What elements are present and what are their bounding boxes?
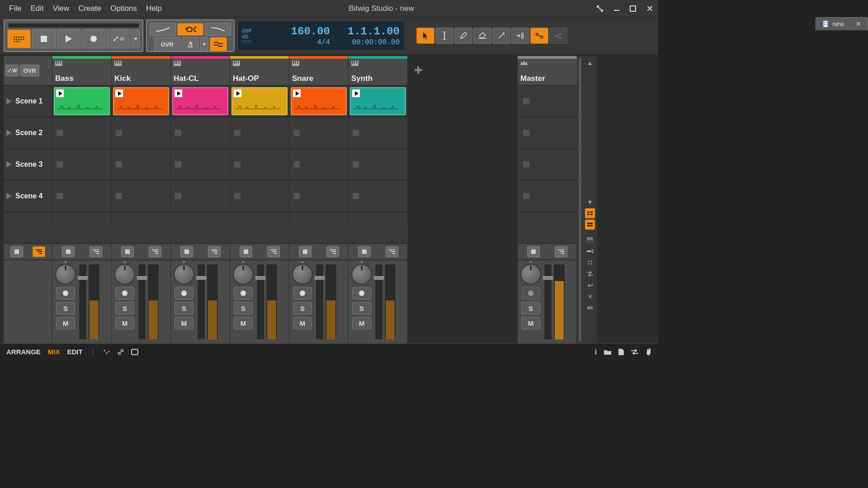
insert-tool[interactable] (511, 28, 529, 44)
track-stop[interactable] (62, 246, 75, 257)
clip-slot[interactable] (349, 149, 408, 180)
fade-out-button[interactable] (205, 23, 231, 36)
master-mute[interactable]: M (521, 317, 540, 329)
tempo-display[interactable]: 160.00 (291, 25, 330, 38)
scene-play-icon[interactable] (6, 98, 12, 104)
record-arm[interactable] (352, 287, 371, 300)
timecode-display[interactable]: 00:00:00.00 (352, 38, 400, 47)
clip-slot[interactable] (289, 181, 349, 211)
clip-play-button[interactable] (234, 89, 241, 97)
empty-clip-stop[interactable] (293, 161, 300, 168)
mute-button[interactable]: M (115, 317, 134, 329)
record-arm[interactable] (293, 287, 312, 300)
track-stop[interactable] (121, 246, 134, 257)
solo-button[interactable]: S (234, 302, 253, 314)
side-fx-icon[interactable] (585, 258, 595, 267)
menu-file[interactable]: File (5, 1, 26, 16)
clip-slot[interactable] (289, 86, 349, 117)
swap-icon[interactable] (631, 349, 638, 355)
volume-fader[interactable] (138, 264, 146, 340)
track-header[interactable]: Hat-OP (230, 56, 289, 85)
hand-icon[interactable] (646, 348, 652, 356)
position-display[interactable]: 1.1.1.00 (348, 25, 400, 38)
clip-slot[interactable] (52, 117, 112, 148)
solo-button[interactable]: S (352, 302, 371, 314)
clip[interactable] (350, 87, 406, 115)
track-header[interactable]: Hat-CL (171, 56, 230, 85)
clip[interactable] (172, 87, 228, 115)
track-header[interactable]: Bass (52, 56, 112, 85)
empty-clip-stop[interactable] (353, 161, 359, 168)
clip-slot[interactable] (112, 86, 171, 117)
side-close-icon[interactable]: ✕ (585, 291, 595, 301)
empty-clip-stop[interactable] (116, 161, 122, 168)
empty-clip-stop[interactable] (293, 130, 300, 136)
clip-slot[interactable] (230, 117, 289, 148)
master-scene-stop[interactable] (523, 98, 529, 104)
clip[interactable] (291, 87, 347, 115)
track-header[interactable]: Snare (289, 56, 349, 85)
scene-play-icon[interactable] (6, 161, 12, 168)
record-arm[interactable] (115, 287, 134, 300)
volume-fader[interactable] (375, 264, 383, 340)
track-stop[interactable] (240, 246, 252, 257)
side-piano-icon[interactable] (585, 235, 595, 245)
pencil-tool[interactable] (454, 28, 472, 44)
record-button[interactable] (82, 29, 105, 48)
info-icon[interactable]: i (595, 348, 597, 356)
side-down-icon[interactable]: ▼ (585, 197, 595, 207)
empty-clip-stop[interactable] (57, 130, 63, 136)
side-grid-icon[interactable] (585, 208, 595, 218)
play-button[interactable] (57, 29, 80, 48)
mute-button[interactable]: M (56, 317, 75, 329)
clip-slot[interactable] (289, 149, 349, 180)
clip-play-button[interactable] (175, 89, 182, 97)
master-scene-stop[interactable] (523, 161, 529, 168)
fullscreen-icon[interactable] (596, 5, 604, 12)
mute-button[interactable]: M (175, 317, 193, 329)
mute-button[interactable]: M (293, 317, 312, 329)
automation-write-dropdown[interactable] (132, 29, 140, 48)
menu-create[interactable]: Create (74, 1, 106, 16)
track-list-toggle[interactable] (267, 246, 280, 257)
clip-slot[interactable] (230, 149, 289, 180)
edit-tab[interactable]: EDIT (67, 348, 83, 356)
pan-knob[interactable] (351, 264, 372, 285)
metronome-dropdown[interactable] (200, 37, 208, 52)
clip-slot[interactable] (171, 117, 230, 148)
pan-knob[interactable] (233, 264, 254, 285)
scene-play-icon[interactable] (6, 130, 12, 136)
empty-clip-stop[interactable] (353, 193, 359, 199)
master-scene-stop[interactable] (523, 193, 529, 199)
link-tool[interactable] (530, 28, 548, 44)
record-arm[interactable] (175, 287, 193, 300)
scene-label[interactable]: Scene 3 (4, 149, 52, 180)
solo-button[interactable]: S (293, 302, 312, 314)
clip-slot[interactable] (230, 86, 289, 117)
clip-slot[interactable] (52, 181, 112, 211)
stop-button[interactable] (32, 29, 56, 48)
arrange-tab[interactable]: ARRANGE (6, 348, 41, 356)
knife-tool[interactable] (492, 28, 510, 44)
master-pan-knob[interactable] (520, 264, 541, 285)
empty-clip-stop[interactable] (116, 193, 122, 199)
master-scene-stop[interactable] (523, 130, 529, 136)
mute-button[interactable]: M (234, 317, 253, 329)
record-arm[interactable] (234, 287, 253, 300)
folder-icon[interactable] (604, 349, 611, 355)
track-list-toggle[interactable] (208, 246, 221, 257)
master-scene-slot[interactable] (518, 117, 577, 148)
side-device-icon[interactable] (585, 246, 595, 256)
clip-play-button[interactable] (293, 89, 301, 97)
clip[interactable] (54, 87, 110, 115)
empty-clip-stop[interactable] (57, 193, 63, 199)
pointer-tool[interactable] (416, 28, 434, 44)
side-return-icon[interactable] (585, 280, 595, 290)
clip-slot[interactable] (349, 86, 408, 117)
volume-fader[interactable] (79, 264, 87, 340)
pan-knob[interactable] (292, 264, 313, 285)
bottom-panel-icon[interactable] (131, 349, 138, 355)
scene-stop-all[interactable] (10, 246, 23, 257)
clip-play-button[interactable] (352, 89, 360, 97)
clip-slot[interactable] (349, 117, 408, 148)
